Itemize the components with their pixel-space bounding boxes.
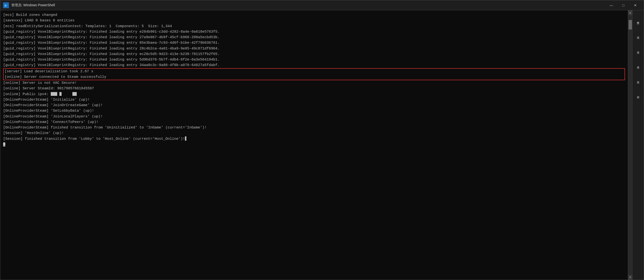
window-title: 管理员: Windows PowerShell <box>11 3 606 7</box>
log-line: [ecs] Build zones changed <box>3 12 625 18</box>
log-line: [guid_registry] VoxelBlueprintRegistry: … <box>3 62 625 68</box>
sidebar-item-1[interactable]: 展 <box>633 27 643 41</box>
log-line: [savexxx] LOAD 0 bases 0 entities <box>3 18 625 23</box>
sidebar-item-4[interactable]: 展 <box>633 72 643 86</box>
main-content: [ecs] Build zones changed[savexxx] LOAD … <box>0 10 644 280</box>
log-line: [guid_registry] VoxelBlueprintRegistry: … <box>3 29 625 35</box>
log-line: [OnlineProviderSteam] 'SetLobbyData' (up… <box>3 108 625 114</box>
log-line: [guid_registry] VoxelBlueprintRegistry: … <box>3 35 625 40</box>
log-line: [online] Public ipv4: ███ █ ██ <box>3 92 625 97</box>
minimize-button[interactable]: — <box>606 1 617 9</box>
log-line: [guid_registry] VoxelBlueprintRegistry: … <box>3 40 625 46</box>
app-icon: ▶ <box>3 2 9 8</box>
log-line: [guid_registry] VoxelBlueprintRegistry: … <box>3 57 625 62</box>
log-line: [OnlineProviderSteam] 'ConnectToPeers' (… <box>3 119 625 125</box>
scroll-up-arrow[interactable]: ▲ <box>628 10 632 15</box>
terminal-output[interactable]: [ecs] Build zones changed[savexxx] LOAD … <box>0 10 628 280</box>
right-sidebar: 文件 展 展 展 展 展 <box>632 10 644 280</box>
powershell-window: ▶ 管理员: Windows PowerShell — □ ✕ [ecs] Bu… <box>0 0 644 280</box>
log-line: [OnlineProviderSteam] finished transitio… <box>3 125 625 131</box>
cursor-line: _ <box>3 142 625 147</box>
log-line: [server] Load deserialization took 2.67 … <box>4 69 624 74</box>
log-line: [OnlineProviderSteam] 'Initialize' (up)! <box>3 97 625 103</box>
log-line: [OnlineProviderSteam] 'JoinLocalPlayers'… <box>3 114 625 119</box>
sidebar-item-file[interactable]: 文件 <box>633 12 643 27</box>
log-line: [online] Server is not VAC Secure! <box>3 80 625 86</box>
log-line: [Session] finished transition from 'Lobb… <box>3 136 625 142</box>
scrollbar[interactable]: ▲ ▼ <box>628 10 632 280</box>
log-line: [OnlineProviderSteam] 'JoinOrCreateGame'… <box>3 103 625 108</box>
log-line: [online] Server SteamId: 901798576618455… <box>3 86 625 91</box>
log-line: [guid_registry] VoxelBlueprintRegistry: … <box>3 51 625 57</box>
maximize-button[interactable]: □ <box>618 1 629 9</box>
scrollbar-thumb[interactable] <box>628 20 632 29</box>
close-button[interactable]: ✕ <box>630 1 641 9</box>
log-line: [Session] 'HostOnline' (up)! <box>3 131 625 136</box>
log-line: [online] Server connected to Steam succe… <box>4 74 624 80</box>
scroll-down-arrow[interactable]: ▼ <box>628 275 632 280</box>
title-bar: ▶ 管理员: Windows PowerShell — □ ✕ <box>0 0 644 10</box>
window-controls: — □ ✕ <box>606 1 641 9</box>
sidebar-item-2[interactable]: 展 <box>633 42 643 56</box>
sidebar-item-5[interactable]: 展 <box>633 87 643 101</box>
log-line: [ecs] readEntitySerializationContext: Te… <box>3 23 625 29</box>
log-line: [guid_registry] VoxelBlueprintRegistry: … <box>3 46 625 51</box>
sidebar-item-3[interactable]: 展 <box>633 57 643 71</box>
